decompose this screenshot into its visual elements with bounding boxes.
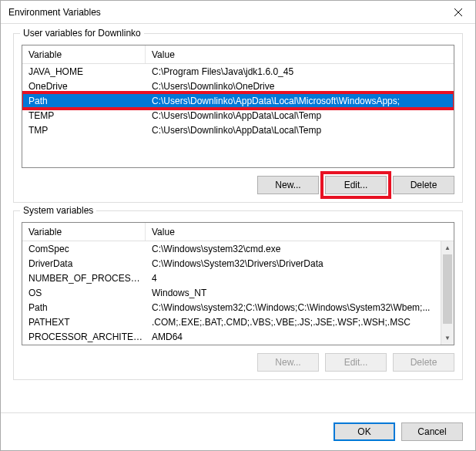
user-new-button[interactable]: New... [257,176,319,194]
system-variables-group: System variables Variable Value ComSpecC… [13,210,463,380]
table-row[interactable]: PATHEXT.COM;.EXE;.BAT;.CMD;.VBS;.VBE;.JS… [22,315,441,329]
table-row[interactable]: NUMBER_OF_PROCESSORS4 [22,271,441,285]
dialog-footer: OK Cancel [1,412,475,450]
row-variable: PROCESSOR_ARCHITECTURE [22,332,146,342]
dialog-content: User variables for Downlinko Variable Va… [1,24,475,412]
table-row[interactable]: JAVA_HOMEC:\Program Files\Java\jdk1.6.0_… [22,64,454,79]
system-variables-table[interactable]: Variable Value ComSpecC:\Windows\system3… [22,222,454,345]
row-variable: Path [22,96,146,106]
table-row[interactable]: ComSpecC:\Windows\system32\cmd.exe [22,241,441,256]
env-variables-dialog: Environment Variables User variables for… [0,0,476,451]
close-icon [454,8,462,16]
user-table-header: Variable Value [22,45,454,64]
system-button-row: New... Edit... Delete [22,353,454,372]
table-row[interactable]: DriverDataC:\Windows\System32\Drivers\Dr… [22,256,441,271]
user-group-label: User variables for Downlinko [20,28,144,39]
scroll-thumb[interactable] [443,254,452,324]
row-value: C:\Windows\System32\Drivers\DriverData [146,258,441,269]
system-new-button[interactable]: New... [257,353,319,372]
system-delete-button[interactable]: Delete [393,353,454,372]
row-variable: TMP [22,125,146,136]
row-value: C:\Program Files\Java\jdk1.6.0_45 [146,66,454,77]
user-variables-table[interactable]: Variable Value JAVA_HOMEC:\Program Files… [22,45,454,168]
user-table-body: JAVA_HOMEC:\Program Files\Java\jdk1.6.0_… [22,64,454,167]
row-value: C:\Users\Downlinko\AppData\Local\Temp [146,110,454,121]
row-variable: NUMBER_OF_PROCESSORS [22,273,146,284]
ok-button[interactable]: OK [334,422,395,441]
row-variable: ComSpec [22,244,146,254]
scroll-up-arrow-icon[interactable]: ▲ [441,241,454,254]
row-value: 4 [146,273,441,284]
system-col-variable[interactable]: Variable [22,223,146,241]
user-col-value[interactable]: Value [146,45,454,63]
table-row[interactable]: TMPC:\Users\Downlinko\AppData\Local\Temp [22,123,454,137]
table-row[interactable]: TEMPC:\Users\Downlinko\AppData\Local\Tem… [22,108,454,123]
table-row[interactable]: OneDriveC:\Users\Downlinko\OneDrive [22,79,454,93]
system-edit-button[interactable]: Edit... [325,353,387,372]
row-value: C:\Windows\system32;C:\Windows;C:\Window… [146,302,441,313]
table-row[interactable]: PROCESSOR_ARCHITECTUREAMD64 [22,329,441,344]
system-group-label: System variables [20,205,96,216]
system-table-body: ComSpecC:\Windows\system32\cmd.exeDriver… [22,241,441,345]
table-row[interactable]: PathC:\Users\Downlinko\AppData\Local\Mic… [22,93,454,108]
row-value: C:\Users\Downlinko\OneDrive [146,81,454,92]
window-title: Environment Variables [8,7,101,18]
row-variable: OneDrive [22,81,146,92]
row-value: C:\Users\Downlinko\AppData\Local\Temp [146,125,454,136]
row-variable: JAVA_HOME [22,66,146,77]
user-delete-button[interactable]: Delete [393,176,454,194]
user-button-row: New... Edit... Delete [22,176,454,194]
close-button[interactable] [441,1,475,23]
row-value: C:\Windows\system32\cmd.exe [146,244,441,254]
row-value: C:\Users\Downlinko\AppData\Local\Microso… [146,96,454,106]
row-value: Windows_NT [146,288,441,298]
cancel-button[interactable]: Cancel [401,422,463,441]
row-variable: OS [22,288,146,298]
titlebar: Environment Variables [1,1,475,24]
row-variable: PATHEXT [22,317,146,328]
system-table-header: Variable Value [22,223,454,241]
scroll-down-arrow-icon[interactable]: ▼ [441,332,454,345]
table-row[interactable]: OSWindows_NT [22,285,441,300]
row-variable: TEMP [22,110,146,121]
row-variable: Path [22,302,146,313]
system-col-value[interactable]: Value [146,223,454,241]
row-value: .COM;.EXE;.BAT;.CMD;.VBS;.VBE;.JS;.JSE;.… [146,317,441,328]
system-scrollbar[interactable]: ▲ ▼ [441,241,454,345]
row-variable: DriverData [22,258,146,269]
user-edit-button[interactable]: Edit... [325,176,387,194]
row-value: AMD64 [146,332,441,342]
user-variables-group: User variables for Downlinko Variable Va… [13,33,463,203]
table-row[interactable]: PathC:\Windows\system32;C:\Windows;C:\Wi… [22,300,441,315]
user-col-variable[interactable]: Variable [22,45,146,63]
